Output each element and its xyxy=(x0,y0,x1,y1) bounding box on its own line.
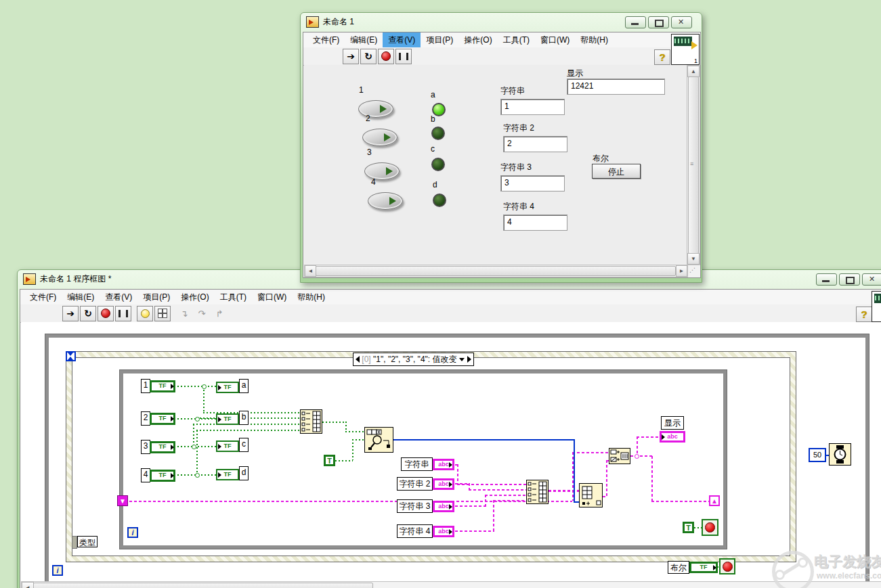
run-continuous-icon[interactable]: ↻ xyxy=(80,306,96,321)
retain-wire-values-icon[interactable] xyxy=(154,306,171,321)
string-control-label[interactable]: 字符串 xyxy=(401,457,433,471)
tf-control-terminal[interactable]: TF xyxy=(150,441,175,453)
string-control-terminal[interactable]: abc xyxy=(433,526,454,537)
bool-stop-label[interactable]: 布尔 xyxy=(668,561,689,574)
tf-control-label[interactable]: 4 xyxy=(141,468,150,482)
true-constant[interactable]: T xyxy=(324,455,335,466)
maximize-button[interactable] xyxy=(839,273,860,286)
bd-menu-edit[interactable]: 编辑(E) xyxy=(62,290,100,305)
tf-indicator-terminal[interactable]: TF xyxy=(216,413,239,425)
bd-menu-operate[interactable]: 操作(O) xyxy=(175,290,214,305)
fp-menu-edit[interactable]: 编辑(E) xyxy=(345,32,383,48)
wait-ms-constant[interactable]: 50 xyxy=(809,448,826,462)
bd-menu-window[interactable]: 窗口(W) xyxy=(252,290,292,305)
resize-grip[interactable]: ⋰ xyxy=(689,267,696,273)
bd-menu-tools[interactable]: 工具(T) xyxy=(215,290,252,305)
bd-menu-help[interactable]: 帮助(H) xyxy=(292,290,330,305)
fp-titlebar[interactable]: 未命名 1 ✕ xyxy=(301,13,702,31)
scroll-left-icon[interactable]: ◄ xyxy=(22,582,34,588)
tf-indicator-label[interactable]: a xyxy=(239,379,249,393)
highlight-execution-icon[interactable] xyxy=(137,306,153,321)
step-over-icon[interactable]: ↷ xyxy=(194,306,210,321)
bool-stop-terminal[interactable]: TF xyxy=(689,562,718,573)
boolean-oval-button[interactable] xyxy=(362,129,397,146)
fp-menu-window[interactable]: 窗口(W) xyxy=(535,32,575,48)
boolean-oval-button[interactable] xyxy=(364,162,400,180)
tf-indicator-terminal[interactable]: TF xyxy=(216,469,239,480)
fp-panel-area[interactable]: 1 2 3 4 a b c d 字符串 1 字符串 2 xyxy=(304,65,687,264)
inner-loop-iteration-terminal[interactable]: i xyxy=(127,527,138,538)
pause-icon[interactable] xyxy=(395,49,412,64)
bd-help-icon[interactable]: ? xyxy=(856,307,872,322)
outer-loop-iteration-terminal[interactable]: i xyxy=(52,565,63,576)
outer-loop-condition-terminal[interactable] xyxy=(719,558,735,574)
scroll-right-icon[interactable]: ► xyxy=(676,265,687,277)
string-control-terminal[interactable]: abc xyxy=(433,478,454,490)
shift-register-left[interactable]: ▼ xyxy=(117,495,128,506)
string-field[interactable]: 1 xyxy=(500,99,565,115)
boolean-oval-button[interactable] xyxy=(368,192,403,210)
boolean-oval-button[interactable] xyxy=(358,100,393,118)
fp-menu-tools[interactable]: 工具(T) xyxy=(498,32,535,48)
fp-menu-operate[interactable]: 操作(O) xyxy=(458,32,497,48)
next-case-icon[interactable] xyxy=(467,356,471,363)
maximize-button[interactable] xyxy=(648,16,669,28)
fp-menu-project[interactable]: 项目(P) xyxy=(421,32,458,48)
event-data-node[interactable]: 类型 xyxy=(72,536,98,549)
step-out-icon[interactable]: ↱ xyxy=(211,306,228,321)
concatenate-strings-node[interactable] xyxy=(609,448,630,466)
string-control-terminal[interactable]: abc xyxy=(433,501,454,512)
close-button[interactable]: ✕ xyxy=(862,273,881,286)
prev-case-icon[interactable] xyxy=(356,356,360,363)
bd-menu-project[interactable]: 项目(P) xyxy=(137,290,175,305)
minimize-button[interactable] xyxy=(816,273,837,286)
tf-control-terminal[interactable]: TF xyxy=(150,413,175,425)
tf-control-label[interactable]: 3 xyxy=(141,440,150,454)
bd-menu-file[interactable]: 文件(F) xyxy=(24,290,62,305)
minimize-button[interactable] xyxy=(625,16,646,28)
fp-menu-view[interactable]: 查看(V) xyxy=(383,32,421,48)
scroll-down-icon[interactable]: ▼ xyxy=(687,253,700,265)
bd-horizontal-scrollbar[interactable]: ◄ xyxy=(21,581,881,588)
run-icon[interactable]: ➔ xyxy=(343,49,359,64)
scroll-left-icon[interactable]: ◄ xyxy=(305,265,316,277)
string-control-terminal[interactable]: abc xyxy=(433,459,454,470)
tf-indicator-terminal[interactable]: TF xyxy=(216,382,239,393)
close-button[interactable]: ✕ xyxy=(671,16,692,28)
inner-loop-condition-terminal[interactable] xyxy=(702,519,718,536)
scrollbar-thumb[interactable] xyxy=(316,266,676,276)
fp-menu-help[interactable]: 帮助(H) xyxy=(575,32,614,48)
bd-menu-view[interactable]: 查看(V) xyxy=(100,290,137,305)
run-continuous-icon[interactable]: ↻ xyxy=(360,49,377,64)
event-case-selector[interactable]: [0] "1", "2", "3", "4": 值改变 xyxy=(353,353,474,366)
string-control-label[interactable]: 字符串 4 xyxy=(397,524,433,538)
build-array-string-node[interactable] xyxy=(526,480,549,506)
display-indicator-label[interactable]: 显示 xyxy=(661,416,684,430)
bd-diagram-area[interactable]: [0] "1", "2", "3", "4": 值改变 xyxy=(21,322,881,581)
tf-indicator-label[interactable]: b xyxy=(239,411,249,425)
bd-vi-icon[interactable]: 1 xyxy=(872,291,881,322)
string-control-label[interactable]: 字符串 2 xyxy=(397,477,433,491)
fp-menu-file[interactable]: 文件(F) xyxy=(307,32,345,48)
string-field[interactable]: 4 xyxy=(503,214,567,231)
display-indicator-terminal[interactable]: abc xyxy=(660,431,685,443)
tf-control-terminal[interactable]: TF xyxy=(150,380,175,392)
string-field[interactable]: 3 xyxy=(500,175,565,191)
search-1d-array-node[interactable] xyxy=(364,427,393,455)
index-array-node[interactable] xyxy=(579,483,603,510)
tf-control-terminal[interactable]: TF xyxy=(150,470,175,482)
stop-button[interactable]: 停止 xyxy=(592,164,641,179)
step-into-icon[interactable]: ↴ xyxy=(176,306,192,321)
abort-icon[interactable] xyxy=(378,49,394,64)
abort-icon[interactable] xyxy=(98,306,114,321)
pause-icon[interactable] xyxy=(115,306,131,321)
fp-vertical-scrollbar[interactable]: ▲ ≡ ▼ xyxy=(687,65,700,265)
build-array-bool-node[interactable] xyxy=(300,409,322,436)
wait-ms-node[interactable] xyxy=(829,443,851,468)
shift-register-right[interactable]: ▲ xyxy=(709,495,720,506)
tf-control-label[interactable]: 2 xyxy=(141,411,150,426)
case-dropdown-icon[interactable] xyxy=(459,358,465,361)
fp-horizontal-scrollbar[interactable]: ◄ ► xyxy=(304,265,688,277)
true-constant[interactable]: T xyxy=(683,522,694,533)
tf-indicator-terminal[interactable]: TF xyxy=(216,440,239,452)
